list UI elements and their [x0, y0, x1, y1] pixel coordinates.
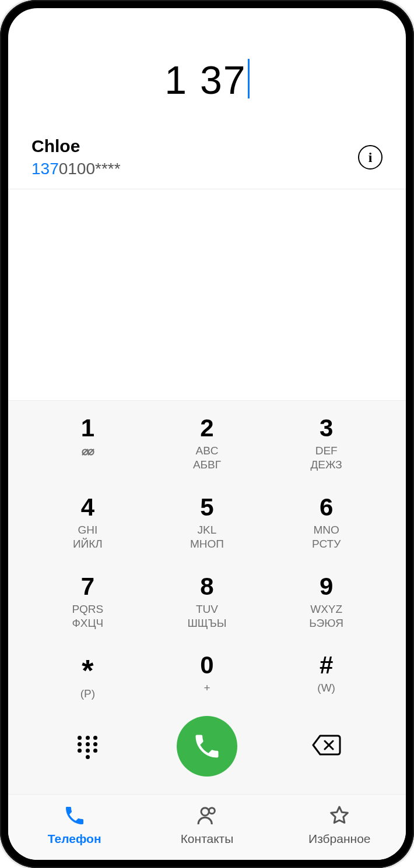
contacts-tab-icon: [195, 804, 219, 827]
key-9-sub: WXYZ: [266, 602, 386, 616]
key-8[interactable]: 8 TUV ШЩЪЫ: [148, 567, 267, 640]
dialpad-toggle-icon[interactable]: [76, 735, 99, 758]
nav-contacts[interactable]: Контакты: [141, 804, 273, 846]
dial-display: 1 37: [8, 8, 406, 136]
key-5[interactable]: 5 JKL МНОП: [148, 488, 267, 560]
call-button[interactable]: [177, 716, 237, 777]
key-6-sub: MNO: [266, 523, 386, 537]
key-hash-digit: #: [266, 653, 386, 678]
key-8-digit: 8: [148, 574, 267, 599]
text-cursor: [248, 59, 250, 98]
key-7-sub: PQRS: [28, 602, 148, 616]
key-9-sub2: ЬЭЮЯ: [266, 616, 386, 630]
key-8-sub2: ШЩЪЫ: [148, 616, 267, 630]
key-0-sub: +: [148, 681, 267, 695]
suggestion-name: Chloe: [31, 136, 358, 156]
favorites-tab-icon: [328, 804, 351, 827]
svg-point-3: [209, 808, 215, 814]
phone-frame: 1 37 Chloe 1370100**** i 1 ⌀⌀ 2 ABC АБВГ: [0, 0, 414, 868]
key-5-sub: JKL: [148, 523, 267, 537]
suggestion-text: Chloe 1370100****: [31, 136, 358, 178]
keypad: 1 ⌀⌀ 2 ABC АБВГ 3 DEF ДЕЖЗ 4 GHI ИЙКЛ 5 …: [8, 400, 406, 710]
key-5-digit: 5: [148, 495, 267, 520]
key-star-digit: *: [28, 653, 148, 683]
key-4-sub: GHI: [28, 523, 148, 537]
key-7-sub2: ФХЦЧ: [28, 616, 148, 630]
key-6-digit: 6: [266, 495, 386, 520]
key-6-sub2: РСТУ: [266, 537, 386, 551]
key-2-digit: 2: [148, 416, 267, 440]
backspace-icon: [311, 733, 342, 757]
phone-icon: [192, 731, 222, 761]
key-5-sub2: МНОП: [148, 537, 267, 551]
key-3-digit: 3: [266, 416, 386, 440]
suggestion-number-match: 137: [31, 160, 59, 178]
key-1[interactable]: 1 ⌀⌀: [28, 409, 148, 481]
key-8-sub: TUV: [148, 602, 267, 616]
key-2[interactable]: 2 ABC АБВГ: [148, 409, 267, 481]
dialed-number[interactable]: 1 37: [164, 57, 246, 103]
contact-suggestion[interactable]: Chloe 1370100**** i: [8, 136, 406, 189]
nav-contacts-label: Контакты: [181, 832, 234, 846]
key-2-sub: ABC: [148, 444, 267, 458]
suggestion-number: 1370100****: [31, 160, 358, 178]
key-7[interactable]: 7 PQRS ФХЦЧ: [28, 567, 148, 640]
screen: 1 37 Chloe 1370100**** i 1 ⌀⌀ 2 ABC АБВГ: [8, 8, 406, 860]
key-4[interactable]: 4 GHI ИЙКЛ: [28, 488, 148, 560]
spacer: [8, 189, 406, 400]
key-9[interactable]: 9 WXYZ ЬЭЮЯ: [266, 567, 386, 640]
key-9-digit: 9: [266, 574, 386, 599]
voicemail-icon: ⌀⌀: [82, 444, 93, 458]
key-0[interactable]: 0 +: [148, 646, 267, 710]
key-hash[interactable]: # (W): [266, 646, 386, 710]
svg-point-2: [201, 808, 209, 816]
key-1-digit: 1: [28, 416, 148, 440]
key-3-sub: DEF: [266, 444, 386, 458]
suggestion-number-rest: 0100****: [59, 160, 121, 178]
nav-phone[interactable]: Телефон: [8, 804, 141, 846]
key-4-sub2: ИЙКЛ: [28, 537, 148, 551]
key-7-digit: 7: [28, 574, 148, 599]
bottom-nav: Телефон Контакты Избранное: [8, 794, 406, 860]
key-6[interactable]: 6 MNO РСТУ: [266, 488, 386, 560]
action-row: [8, 710, 406, 794]
key-0-digit: 0: [148, 653, 267, 678]
key-star[interactable]: * (P): [28, 646, 148, 710]
info-icon[interactable]: i: [358, 145, 383, 170]
nav-favorites[interactable]: Избранное: [273, 804, 406, 846]
key-star-sub: (P): [28, 687, 148, 701]
key-2-sub2: АБВГ: [148, 458, 267, 472]
phone-tab-icon: [63, 804, 86, 827]
key-3[interactable]: 3 DEF ДЕЖЗ: [266, 409, 386, 481]
key-hash-sub: (W): [266, 681, 386, 695]
key-3-sub2: ДЕЖЗ: [266, 458, 386, 472]
nav-phone-label: Телефон: [48, 832, 101, 846]
backspace-button[interactable]: [311, 733, 342, 759]
key-4-digit: 4: [28, 495, 148, 520]
nav-favorites-label: Избранное: [308, 832, 370, 846]
